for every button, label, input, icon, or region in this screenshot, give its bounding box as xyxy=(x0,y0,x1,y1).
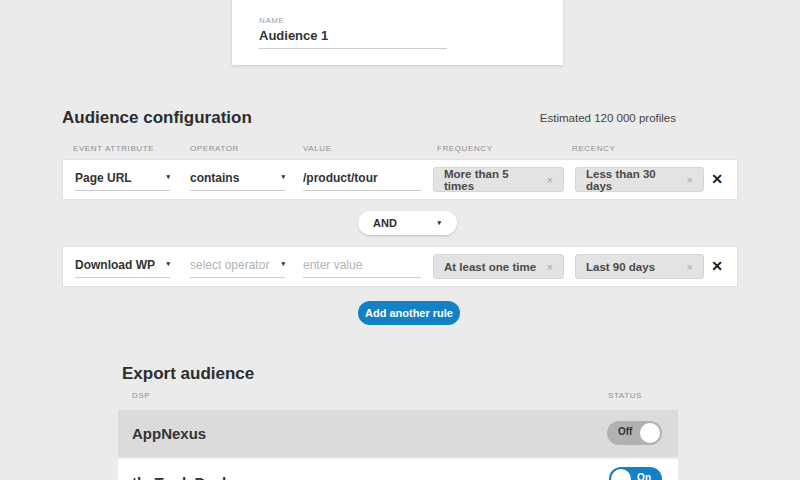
add-another-rule-button[interactable]: Add another rule xyxy=(358,301,460,325)
dsp-name: theTradeDesk xyxy=(132,474,230,480)
toggle-knob xyxy=(640,423,660,443)
remove-recency-icon[interactable]: × xyxy=(687,174,693,186)
column-header-dsp: DSP xyxy=(132,391,150,400)
audience-configuration-title: Audience configuration xyxy=(62,108,252,128)
value-input-placeholder: enter value xyxy=(303,258,362,272)
chevron-down-icon: ▾ xyxy=(437,219,441,227)
dsp-row-appnexus: AppNexus Off xyxy=(118,410,678,457)
value-input[interactable]: /product/tour xyxy=(303,171,421,191)
operator-select-placeholder: select operator xyxy=(190,258,269,272)
attribute-select[interactable]: Download WP ▾ xyxy=(75,258,170,278)
column-header-value: VALUE xyxy=(303,144,332,153)
value-input-text: /product/tour xyxy=(303,171,378,185)
recency-tag-label: Less than 30 days xyxy=(586,168,681,192)
column-header-status: STATUS xyxy=(608,391,642,400)
attribute-select[interactable]: Page URL ▾ xyxy=(75,171,170,191)
audience-builder-page: NAME Audience 1 Audience configuration E… xyxy=(0,0,800,480)
remove-frequency-icon[interactable]: × xyxy=(547,261,553,273)
operator-select-value: contains xyxy=(190,171,239,185)
column-header-event-attribute: EVENT ATTRIBUTE xyxy=(73,144,154,153)
rule-row-2: Download WP ▾ select operator ▾ enter va… xyxy=(62,246,738,287)
audience-name-card: NAME Audience 1 xyxy=(232,0,563,65)
dsp-name: AppNexus xyxy=(132,425,206,442)
estimated-profiles-text: Estimated 120 000 profiles xyxy=(540,112,676,124)
rule-row-1: Page URL ▾ contains ▾ /product/tour More… xyxy=(62,159,738,200)
thetradedesk-status-toggle[interactable]: On xyxy=(609,467,662,480)
value-input[interactable]: enter value xyxy=(303,258,421,278)
chevron-down-icon: ▾ xyxy=(166,260,170,268)
combinator-select[interactable]: AND ▾ xyxy=(358,211,457,235)
delete-rule-icon[interactable]: ✕ xyxy=(709,258,725,274)
recency-tag[interactable]: Last 90 days × xyxy=(575,254,704,279)
toggle-state-label: On xyxy=(637,472,651,480)
frequency-tag[interactable]: At least one time × xyxy=(433,254,564,279)
toggle-knob xyxy=(611,469,631,480)
export-audience-title: Export audience xyxy=(122,364,254,384)
dsp-row-thetradedesk: theTradeDesk On xyxy=(118,459,678,480)
attribute-select-value: Page URL xyxy=(75,171,132,185)
frequency-tag-label: At least one time xyxy=(444,261,536,273)
chevron-down-icon: ▾ xyxy=(166,173,170,181)
operator-select[interactable]: contains ▾ xyxy=(190,171,285,191)
frequency-tag-label: More than 5 times xyxy=(444,168,541,192)
toggle-state-label: Off xyxy=(618,426,632,437)
chevron-down-icon: ▾ xyxy=(281,173,285,181)
column-header-operator: OPERATOR xyxy=(190,144,239,153)
column-header-frequency: FREQUENCY xyxy=(437,144,493,153)
attribute-select-value: Download WP xyxy=(75,258,155,272)
delete-rule-icon[interactable]: ✕ xyxy=(709,171,725,187)
frequency-tag[interactable]: More than 5 times × xyxy=(433,167,564,192)
recency-tag-label: Last 90 days xyxy=(586,261,655,273)
remove-frequency-icon[interactable]: × xyxy=(547,174,553,186)
chevron-down-icon: ▾ xyxy=(281,260,285,268)
operator-select[interactable]: select operator ▾ xyxy=(190,258,285,278)
combinator-select-value: AND xyxy=(373,217,397,229)
appnexus-status-toggle[interactable]: Off xyxy=(607,421,662,445)
audience-name-input[interactable]: Audience 1 xyxy=(259,28,447,49)
remove-recency-icon[interactable]: × xyxy=(687,261,693,273)
recency-tag[interactable]: Less than 30 days × xyxy=(575,167,704,192)
name-field-label: NAME xyxy=(259,16,285,25)
column-header-recency: RECENCY xyxy=(572,144,615,153)
